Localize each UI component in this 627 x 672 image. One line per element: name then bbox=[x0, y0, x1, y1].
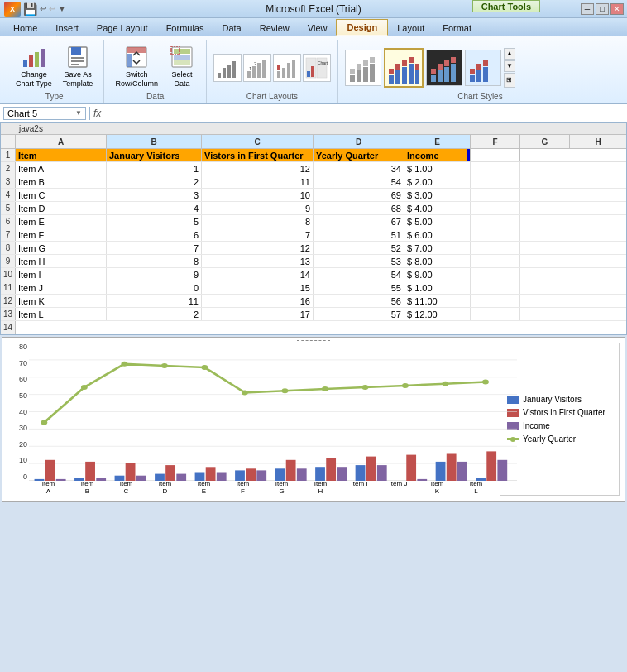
cell-f13[interactable] bbox=[471, 308, 520, 320]
chart-container[interactable]: 80 70 60 50 40 30 20 10 0 bbox=[2, 337, 625, 502]
cell-c1[interactable]: Vistors in First Quarter bbox=[202, 149, 314, 161]
tab-design[interactable]: Design bbox=[336, 19, 388, 36]
cell-e2[interactable]: $ 1.00 bbox=[404, 162, 471, 175]
cell-e6[interactable]: $ 5.00 bbox=[404, 215, 471, 228]
formula-input[interactable] bbox=[104, 108, 624, 118]
cell-g1[interactable] bbox=[520, 149, 626, 161]
maximize-button[interactable]: □ bbox=[596, 3, 609, 15]
cell-a3[interactable]: Item B bbox=[16, 175, 107, 188]
cell-a13[interactable]: Item L bbox=[16, 308, 107, 320]
cell-b3[interactable]: 2 bbox=[107, 175, 202, 188]
chart-layout-3[interactable] bbox=[273, 54, 301, 82]
cell-e4[interactable]: $ 3.00 bbox=[404, 189, 471, 201]
cell-e8[interactable]: $ 7.00 bbox=[404, 242, 471, 254]
cell-g2[interactable] bbox=[520, 162, 626, 175]
cell-d13[interactable]: 57 bbox=[314, 308, 404, 320]
cell-b5[interactable]: 4 bbox=[107, 202, 202, 214]
cell-e9[interactable]: $ 8.00 bbox=[404, 255, 471, 267]
cell-g7[interactable] bbox=[520, 228, 626, 241]
cell-a1[interactable]: Item bbox=[16, 149, 107, 161]
cell-f9[interactable] bbox=[471, 255, 520, 267]
cell-c2[interactable]: 12 bbox=[202, 162, 314, 175]
cell-f1[interactable] bbox=[471, 149, 520, 161]
switch-row-column-button[interactable]: SwitchRow/Column bbox=[111, 41, 162, 92]
cell-c4[interactable]: 10 bbox=[202, 189, 314, 201]
cell-f7[interactable] bbox=[471, 228, 520, 241]
cell-g6[interactable] bbox=[520, 215, 626, 228]
cell-g3[interactable] bbox=[520, 175, 626, 188]
cell-e7[interactable]: $ 6.00 bbox=[404, 228, 471, 241]
cell-f4[interactable] bbox=[471, 189, 520, 201]
chart-layout-2[interactable]: 1 2 bbox=[243, 54, 271, 82]
cell-f6[interactable] bbox=[471, 215, 520, 228]
chart-layout-4[interactable]: Chart bbox=[303, 54, 331, 82]
cell-a5[interactable]: Item D bbox=[16, 202, 107, 214]
cell-a10[interactable]: Item I bbox=[16, 268, 107, 281]
cell-b8[interactable]: 7 bbox=[107, 242, 202, 254]
cell-c6[interactable]: 8 bbox=[202, 215, 314, 228]
chart-style-3[interactable] bbox=[426, 50, 462, 86]
close-button[interactable]: ✕ bbox=[610, 3, 624, 15]
cell-g8[interactable] bbox=[520, 242, 626, 254]
cell-g4[interactable] bbox=[520, 189, 626, 201]
cell-a12[interactable]: Item K bbox=[16, 295, 107, 307]
cell-f2[interactable] bbox=[471, 162, 520, 175]
cell-d12[interactable]: 56 bbox=[314, 295, 404, 307]
cell-d4[interactable]: 69 bbox=[314, 189, 404, 201]
cell-c13[interactable]: 17 bbox=[202, 308, 314, 320]
cell-d10[interactable]: 54 bbox=[314, 268, 404, 281]
cell-g12[interactable] bbox=[520, 295, 626, 307]
cell-d6[interactable]: 67 bbox=[314, 215, 404, 228]
cell-a2[interactable]: Item A bbox=[16, 162, 107, 175]
tab-view[interactable]: View bbox=[299, 20, 337, 36]
cell-b7[interactable]: 6 bbox=[107, 228, 202, 241]
cell-e13[interactable]: $ 12.00 bbox=[404, 308, 471, 320]
cell-a9[interactable]: Item H bbox=[16, 255, 107, 267]
cell-d1[interactable]: Yearly Quarter bbox=[314, 149, 404, 161]
cell-d3[interactable]: 54 bbox=[314, 175, 404, 188]
tab-review[interactable]: Review bbox=[251, 20, 299, 36]
cell-e5[interactable]: $ 4.00 bbox=[404, 202, 471, 214]
tab-format[interactable]: Format bbox=[433, 20, 481, 36]
cell-e11[interactable]: $ 1.00 bbox=[404, 281, 471, 294]
cell-c5[interactable]: 9 bbox=[202, 202, 314, 214]
tab-data[interactable]: Data bbox=[213, 20, 250, 36]
cell-d9[interactable]: 53 bbox=[314, 255, 404, 267]
cell-b4[interactable]: 3 bbox=[107, 189, 202, 201]
tab-layout[interactable]: Layout bbox=[388, 20, 433, 36]
cell-b9[interactable]: 8 bbox=[107, 255, 202, 267]
cell-c3[interactable]: 11 bbox=[202, 175, 314, 188]
cell-b2[interactable]: 1 bbox=[107, 162, 202, 175]
cell-f11[interactable] bbox=[471, 281, 520, 294]
chart-styles-scroll[interactable]: ▲ ▼ ⊞ bbox=[504, 48, 515, 88]
tab-formulas[interactable]: Formulas bbox=[157, 20, 213, 36]
cell-a6[interactable]: Item E bbox=[16, 215, 107, 228]
cell-f12[interactable] bbox=[471, 295, 520, 307]
cell-a4[interactable]: Item C bbox=[16, 189, 107, 201]
cell-b12[interactable]: 11 bbox=[107, 295, 202, 307]
cell-d8[interactable]: 52 bbox=[314, 242, 404, 254]
cell-b11[interactable]: 0 bbox=[107, 281, 202, 294]
cell-e10[interactable]: $ 9.00 bbox=[404, 268, 471, 281]
change-chart-type-button[interactable]: ChangeChart Type bbox=[12, 41, 56, 92]
cell-b1[interactable]: January Visitors bbox=[107, 149, 202, 161]
cell-c10[interactable]: 14 bbox=[202, 268, 314, 281]
cell-f5[interactable] bbox=[471, 202, 520, 214]
cell-d2[interactable]: 34 bbox=[314, 162, 404, 175]
tab-insert[interactable]: Insert bbox=[46, 20, 88, 36]
cell-b13[interactable]: 2 bbox=[107, 308, 202, 320]
cell-g11[interactable] bbox=[520, 281, 626, 294]
cell-d11[interactable]: 55 bbox=[314, 281, 404, 294]
chart-layout-1[interactable] bbox=[213, 54, 242, 82]
name-box[interactable]: Chart 5 ▼ bbox=[3, 107, 86, 120]
tab-home[interactable]: Home bbox=[4, 20, 46, 36]
chart-style-1[interactable] bbox=[345, 50, 381, 86]
tab-page-layout[interactable]: Page Layout bbox=[88, 20, 157, 36]
cell-a11[interactable]: Item J bbox=[16, 281, 107, 294]
cell-d5[interactable]: 68 bbox=[314, 202, 404, 214]
cell-c7[interactable]: 7 bbox=[202, 228, 314, 241]
cell-g13[interactable] bbox=[520, 308, 626, 320]
cell-d7[interactable]: 51 bbox=[314, 228, 404, 241]
cell-g10[interactable] bbox=[520, 268, 626, 281]
minimize-button[interactable]: ─ bbox=[581, 3, 594, 15]
